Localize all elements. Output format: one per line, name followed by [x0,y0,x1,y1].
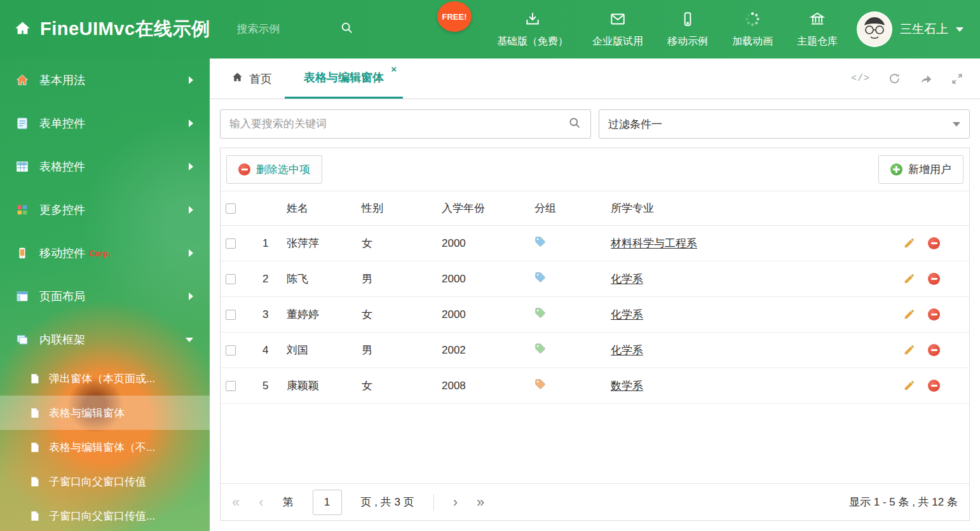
cell-year: 2000 [437,226,529,261]
app-window: FineUIMvc在线示例 FREE! 基础版（免费） 企业版试用 [0,0,980,531]
mobile-icon [679,11,696,30]
tab-grid-edit-window[interactable]: 表格与编辑窗体 × [285,59,403,99]
nav-item-basic-edition[interactable]: 基础版（免费） [497,11,568,48]
sidebar: 基本用法 表单控件 表格控件 更多控件 [0,59,210,531]
download-icon [524,11,541,30]
next-page-icon[interactable]: › [453,495,458,509]
sidebar-subitem-popup-window[interactable]: 弹出窗体（本页面或... [0,361,210,396]
cell-group [529,297,606,333]
delete-icon[interactable] [928,273,940,285]
brand[interactable]: FineUIMvc在线示例 [0,17,210,42]
users-table: 姓名 性别 入学年份 分组 所学专业 [221,191,969,404]
col-major: 所学专业 [606,191,898,226]
major-link[interactable]: 化学系 [611,273,643,285]
prev-page-icon[interactable]: ‹ [259,495,263,509]
chevron-right-icon [189,293,193,300]
edit-icon[interactable] [903,344,915,356]
page-icon [29,373,40,384]
sidebar-item-basic-usage[interactable]: 基本用法 [0,59,210,102]
sidebar-item-mobile-controls[interactable]: 移动控件 Corp. [0,231,210,275]
cell-gender: 女 [357,297,437,333]
delete-icon[interactable] [928,308,940,321]
row-checkbox[interactable] [226,310,236,320]
row-index: 3 [257,297,282,333]
major-link[interactable]: 材料科学与工程系 [611,237,697,249]
blocks-icon [15,203,29,217]
filter-dropdown-value: 过滤条件一 [608,117,662,132]
header-search-input[interactable] [237,23,332,36]
major-link[interactable]: 化学系 [611,308,643,321]
select-all-checkbox[interactable] [226,203,236,214]
table-row: 4 刘国 男 2002 化学系 [221,333,969,368]
tag-icon [534,345,546,357]
sidebar-item-more-controls[interactable]: 更多控件 [0,188,210,231]
major-link[interactable]: 化学系 [611,344,643,356]
nav-item-mobile-demo[interactable]: 移动示例 [667,11,708,48]
page-content: 过滤条件一 删除选中项 新增用户 [210,99,980,531]
row-checkbox[interactable] [226,274,236,284]
col-group: 分组 [529,191,606,226]
col-gender: 性别 [357,191,437,226]
minus-icon [238,163,250,176]
edit-icon[interactable] [903,308,915,321]
row-checkbox[interactable] [226,345,236,355]
add-user-button[interactable]: 新增用户 [878,155,963,184]
nav-item-enterprise-trial[interactable]: 企业版试用 [592,11,643,48]
delete-icon[interactable] [928,237,940,249]
delete-selected-button[interactable]: 删除选中项 [226,155,322,184]
tag-icon [534,380,546,392]
sidebar-subitem-label: 表格与编辑窗体（不... [49,440,155,455]
sidebar-subitem-grid-edit-window[interactable]: 表格与编辑窗体 [0,396,210,430]
last-page-icon[interactable]: » [477,495,484,509]
col-year: 入学年份 [437,191,529,226]
sidebar-subitem-label: 子窗口向父窗口传值 [49,474,146,489]
edit-icon[interactable] [903,380,915,392]
major-link[interactable]: 数学系 [611,380,643,392]
cell-group [529,333,606,368]
nav-label: 基础版（免费） [497,35,568,48]
nav-item-loading-animation[interactable]: 加载动画 [732,11,773,48]
delete-icon[interactable] [928,380,940,392]
delete-icon[interactable] [928,344,940,356]
cell-gender: 男 [357,261,437,297]
keyword-search-input[interactable] [229,118,568,130]
sidebar-subitem-grid-edit-window-alt[interactable]: 表格与编辑窗体（不... [0,430,210,464]
sidebar-item-inline-frame[interactable]: 内联框架 [0,318,210,361]
user-menu[interactable]: 三生石上 [838,11,980,47]
mobile-icon [15,246,29,260]
share-icon[interactable] [919,72,933,86]
tab-home[interactable]: 首页 [219,59,285,99]
grid-footer: « ‹ 第 页 , 共 3 页 › » 显示 1 - 5 条 , 共 12 条 [221,483,969,520]
row-checkbox[interactable] [226,381,236,391]
home-icon [15,73,29,87]
refresh-icon[interactable] [888,72,901,85]
edit-icon[interactable] [903,273,915,285]
sidebar-item-grid-controls[interactable]: 表格控件 [0,145,210,188]
table-row: 3 董婷婷 女 2000 化学系 [221,297,969,333]
page-number-input[interactable] [313,490,342,515]
first-page-icon[interactable]: « [232,495,240,509]
filter-dropdown[interactable]: 过滤条件一 [599,109,970,139]
row-checkbox[interactable] [226,238,236,249]
search-icon[interactable] [340,21,354,38]
sidebar-subitem-child-to-parent-alt[interactable]: 子窗口向父窗口传值... [0,499,210,531]
search-icon[interactable] [568,116,582,132]
nav-label: 加载动画 [732,35,773,48]
sidebar-item-page-layout[interactable]: 页面布局 [0,275,210,318]
expand-icon[interactable] [951,72,963,85]
nav-item-theme-repo[interactable]: 主题仓库 [797,11,838,48]
sidebar-item-form-controls[interactable]: 表单控件 [0,102,210,145]
edit-icon[interactable] [903,237,915,249]
row-index: 1 [257,226,282,261]
table-row: 5 康颖颖 女 2008 数学系 [221,368,969,404]
chevron-down-icon [186,338,193,342]
close-icon[interactable]: × [391,64,397,74]
page-icon [29,408,40,418]
home-icon [231,71,243,86]
sidebar-subitem-child-to-parent[interactable]: 子窗口向父窗口传值 [0,464,210,499]
nav-label: 主题仓库 [797,35,838,48]
cell-name: 刘国 [282,333,357,368]
select-all-cell [221,191,257,226]
spinner-icon [744,11,761,30]
view-source-icon[interactable]: </> [851,73,870,84]
